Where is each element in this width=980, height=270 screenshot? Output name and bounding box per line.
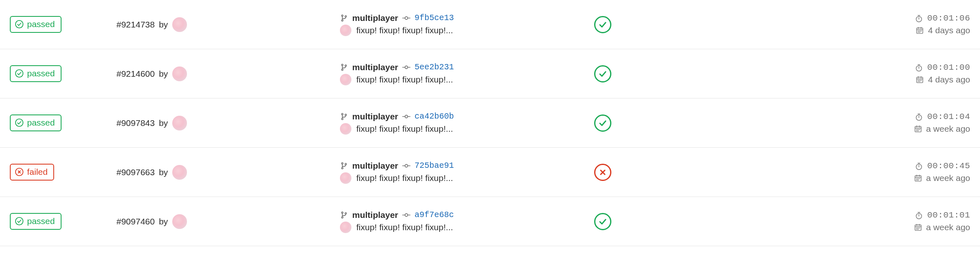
commit-icon bbox=[402, 112, 410, 121]
branch-link[interactable]: multiplayer bbox=[352, 13, 398, 23]
duration-value: 00:01:00 bbox=[927, 63, 970, 72]
status-badge-passed[interactable]: passed bbox=[10, 16, 62, 32]
status-badge-passed[interactable]: passed bbox=[10, 114, 62, 131]
check-circle-icon bbox=[15, 118, 24, 127]
commit-message[interactable]: fixup! fixup! fixup! fixup!... bbox=[356, 25, 453, 35]
stopwatch-icon bbox=[915, 211, 923, 220]
finished-time: a week ago bbox=[926, 124, 970, 134]
pipeline-row: passed#9097843bymultiplayerca42b60bfixup… bbox=[0, 98, 980, 148]
commit-author-avatar[interactable] bbox=[340, 172, 351, 184]
author-avatar[interactable] bbox=[172, 66, 187, 81]
pipeline-id-column: #9214738by bbox=[116, 17, 340, 32]
stage-failed-icon[interactable] bbox=[594, 164, 611, 181]
commit-message[interactable]: fixup! fixup! fixup! fixup!... bbox=[356, 173, 453, 183]
commit-sha-link[interactable]: 725bae91 bbox=[415, 161, 454, 170]
svg-point-84 bbox=[16, 217, 23, 225]
commit-message[interactable]: fixup! fixup! fixup! fixup!... bbox=[356, 124, 453, 134]
stage-passed-icon[interactable] bbox=[594, 65, 611, 82]
timing-column: 00:01:01a week ago bbox=[881, 211, 970, 232]
stage-passed-icon[interactable] bbox=[594, 16, 611, 33]
timing-column: 00:01:064 days ago bbox=[881, 14, 970, 35]
status-label: passed bbox=[27, 18, 55, 30]
by-label: by bbox=[159, 217, 168, 227]
by-label: by bbox=[159, 69, 168, 79]
stopwatch-icon bbox=[915, 64, 923, 72]
branch-icon bbox=[340, 162, 348, 170]
branch-icon bbox=[340, 14, 348, 22]
author-avatar[interactable] bbox=[172, 116, 187, 130]
author-avatar[interactable] bbox=[172, 17, 187, 32]
finished-time: a week ago bbox=[926, 222, 970, 232]
calendar-icon bbox=[914, 223, 922, 231]
svg-point-40 bbox=[16, 119, 23, 126]
duration-value: 00:01:06 bbox=[927, 14, 970, 23]
branch-icon bbox=[340, 211, 348, 219]
commit-icon bbox=[402, 63, 410, 71]
author-avatar[interactable] bbox=[172, 165, 187, 180]
pipeline-id-column: #9097843by bbox=[116, 116, 340, 130]
svg-rect-75 bbox=[915, 176, 921, 181]
status-column: passed bbox=[10, 114, 116, 131]
pipeline-row: failed#9097663bymultiplayer725bae91fixup… bbox=[0, 148, 980, 197]
pipeline-list: passed#9214738bymultiplayer9fb5ce13fixup… bbox=[0, 0, 980, 246]
commit-message[interactable]: fixup! fixup! fixup! fixup!... bbox=[356, 75, 453, 85]
pipeline-id-link[interactable]: #9214738 bbox=[116, 20, 155, 30]
finished-time: 4 days ago bbox=[928, 25, 970, 35]
pipeline-id-link[interactable]: #9097460 bbox=[116, 217, 155, 227]
branch-link[interactable]: multiplayer bbox=[352, 161, 398, 171]
status-label: passed bbox=[27, 68, 55, 79]
svg-point-24 bbox=[405, 66, 408, 69]
pipeline-id-column: #9214600by bbox=[116, 66, 340, 81]
stopwatch-icon bbox=[915, 113, 923, 121]
author-avatar[interactable] bbox=[172, 214, 187, 229]
commit-author-avatar[interactable] bbox=[340, 25, 351, 36]
svg-point-44 bbox=[405, 115, 408, 118]
timing-column: 00:00:45a week ago bbox=[881, 161, 970, 183]
svg-point-88 bbox=[405, 213, 408, 216]
pipeline-id-link[interactable]: #9214600 bbox=[116, 69, 155, 79]
branch-link[interactable]: multiplayer bbox=[352, 210, 398, 220]
commit-icon bbox=[402, 162, 410, 170]
duration-value: 00:01:04 bbox=[927, 112, 970, 121]
commit-author-avatar[interactable] bbox=[340, 222, 351, 233]
stages-column bbox=[594, 164, 881, 181]
status-badge-passed[interactable]: passed bbox=[10, 65, 62, 82]
stage-passed-icon[interactable] bbox=[594, 213, 611, 230]
by-label: by bbox=[159, 20, 168, 30]
duration-value: 00:01:01 bbox=[927, 211, 970, 220]
svg-point-20 bbox=[16, 70, 23, 77]
commit-column: multiplayer9fb5ce13fixup! fixup! fixup! … bbox=[340, 13, 594, 36]
calendar-icon bbox=[914, 174, 922, 182]
commit-sha-link[interactable]: a9f7e68c bbox=[415, 210, 454, 220]
svg-point-0 bbox=[16, 21, 23, 28]
commit-sha-link[interactable]: 9fb5ce13 bbox=[415, 13, 454, 23]
stages-column bbox=[594, 16, 881, 33]
branch-icon bbox=[340, 63, 348, 71]
status-badge-passed[interactable]: passed bbox=[10, 213, 62, 229]
pipeline-id-link[interactable]: #9097843 bbox=[116, 118, 155, 128]
cross-circle-icon bbox=[15, 167, 24, 176]
status-badge-failed[interactable]: failed bbox=[10, 164, 54, 180]
commit-sha-link[interactable]: 5ee2b231 bbox=[415, 62, 454, 72]
finished-time: a week ago bbox=[926, 173, 970, 183]
stages-column bbox=[594, 213, 881, 230]
commit-icon bbox=[402, 14, 410, 22]
svg-rect-11 bbox=[917, 28, 923, 33]
commit-message[interactable]: fixup! fixup! fixup! fixup!... bbox=[356, 222, 453, 232]
pipeline-row: passed#9097460bymultiplayera9f7e68cfixup… bbox=[0, 197, 980, 246]
commit-sha-link[interactable]: ca42b60b bbox=[415, 112, 454, 121]
commit-column: multiplayera9f7e68cfixup! fixup! fixup! … bbox=[340, 210, 594, 233]
svg-point-4 bbox=[405, 16, 408, 19]
stages-column bbox=[594, 114, 881, 132]
stopwatch-icon bbox=[915, 14, 923, 23]
branch-link[interactable]: multiplayer bbox=[352, 62, 398, 72]
pipeline-id-column: #9097663by bbox=[116, 165, 340, 180]
stopwatch-icon bbox=[915, 162, 923, 170]
commit-author-avatar[interactable] bbox=[340, 123, 351, 135]
pipeline-id-link[interactable]: #9097663 bbox=[116, 167, 155, 177]
status-label: failed bbox=[27, 166, 48, 177]
pipeline-row: passed#9214600bymultiplayer5ee2b231fixup… bbox=[0, 49, 980, 98]
stage-passed-icon[interactable] bbox=[594, 114, 611, 132]
commit-author-avatar[interactable] bbox=[340, 74, 351, 85]
branch-link[interactable]: multiplayer bbox=[352, 112, 398, 121]
